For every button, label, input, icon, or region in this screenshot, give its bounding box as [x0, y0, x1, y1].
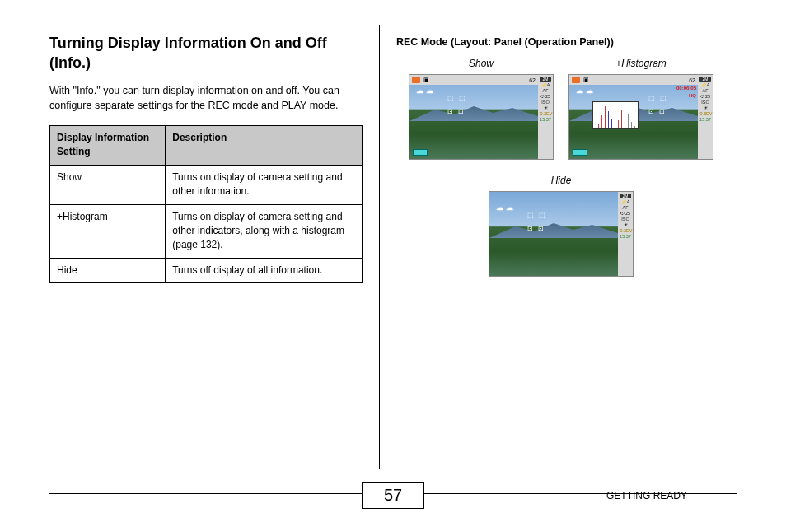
clock-value: 15:37	[620, 234, 631, 239]
th-description: Description	[166, 126, 363, 166]
mountain-icon	[489, 222, 618, 238]
screen-block-hide: Hide ☁ ☁ ⬚⬚ ⊡⊡ 2M ⚡A AF ⏲25 ISO ☀ -0.3EV…	[396, 175, 726, 277]
operation-panel: 2M ⚡A AF ⏲25 ISO ☀ -0.3EV 15:37	[698, 75, 713, 159]
wb-icon: ☀	[704, 105, 708, 110]
clock-value: 15:37	[699, 117, 711, 122]
table-row: +Histogram Turns on display of camera se…	[50, 204, 363, 258]
overlay-icons: ⬚⬚	[447, 95, 466, 102]
ev-value: -0.3EV	[619, 228, 633, 233]
camera-screen-histogram: ☁ ☁ ▣ 62 00:06:05 HQ ⬚⬚ ⊡⊡	[568, 74, 713, 160]
top-strip: ▣ 62	[409, 75, 538, 85]
left-column: Turning Display Information On and Off (…	[49, 33, 379, 461]
flash-icon: ⚡A	[621, 199, 630, 204]
battery-icon	[413, 149, 428, 156]
screen-label: Hide	[396, 175, 726, 186]
shots-remaining: 62	[529, 77, 536, 83]
timecode: 00:06:05	[676, 86, 696, 91]
cloud-icon: ☁ ☁	[496, 203, 513, 212]
hq-badge: HQ	[689, 93, 696, 98]
page-content: Turning Display Information On and Off (…	[0, 0, 786, 461]
wb-icon: ☀	[624, 222, 628, 227]
screen-label: Show	[409, 58, 554, 69]
af-icon: AF	[622, 205, 628, 210]
camera-screen-show: ☁ ☁ ▣ 62 ⬚⬚ ⊡⊡ 2M ⚡A AF ⏲25 ISO ☀	[409, 74, 554, 160]
page-footer: 57 GETTING READY	[0, 493, 786, 520]
wb-icon: ☀	[544, 105, 548, 110]
page-title: Turning Display Information On and Off (…	[49, 33, 363, 73]
table-header-row: Display Information Setting Description	[50, 126, 363, 166]
size-badge: 2M	[620, 194, 631, 198]
shots-remaining: 62	[689, 77, 695, 83]
cell-description: Turns on display of camera setting and o…	[166, 165, 363, 204]
mode-icon: ▣	[583, 77, 589, 83]
section-header: REC Mode (Layout: Panel (Operation Panel…	[396, 36, 726, 48]
timer-icon: ⏲25	[620, 211, 630, 216]
cell-description: Turns on display of camera setting and o…	[166, 204, 363, 258]
operation-panel: 2M ⚡A AF ⏲25 ISO ☀ -0.3EV 15:37	[538, 75, 553, 159]
screen-block-show: Show ☁ ☁ ▣ 62 ⬚⬚ ⊡⊡ 2M ⚡A AF ⏲25	[409, 58, 554, 160]
size-badge: 2M	[540, 77, 551, 82]
section-label: GETTING READY	[606, 490, 687, 502]
iso-label: ISO	[701, 100, 709, 105]
cell-setting: Hide	[50, 258, 166, 282]
cell-setting: +Histogram	[50, 204, 166, 258]
overlay-icons: ⊡⊡	[527, 225, 544, 232]
footer-row: 57 GETTING READY	[49, 493, 737, 520]
operation-panel: 2M ⚡A AF ⏲25 ISO ☀ -0.3EV 15:37	[618, 192, 633, 276]
mountain-icon	[409, 105, 538, 121]
settings-table: Display Information Setting Description …	[49, 125, 363, 283]
flash-icon: ⚡A	[541, 82, 550, 87]
table-row: Show Turns on display of camera setting …	[50, 165, 363, 204]
ev-value: -0.3EV	[539, 111, 553, 116]
af-icon: AF	[702, 88, 708, 93]
cell-description: Turns off display of all information.	[166, 258, 363, 282]
screens-row: Show ☁ ☁ ▣ 62 ⬚⬚ ⊡⊡ 2M ⚡A AF ⏲25	[396, 58, 726, 160]
flash-icon: ⚡A	[701, 82, 710, 87]
size-badge: 2M	[699, 77, 711, 82]
overlay-icons: ⊡⊡	[648, 108, 665, 115]
iso-label: ISO	[621, 217, 629, 222]
cloud-icon: ☁ ☁	[416, 86, 433, 95]
overlay-icons: ⬚⬚	[527, 212, 545, 219]
overlay-icons: ⊡⊡	[447, 108, 464, 115]
camera-icon	[572, 77, 580, 83]
histogram	[592, 101, 639, 129]
right-column: REC Mode (Layout: Panel (Operation Panel…	[380, 33, 726, 461]
battery-icon	[573, 149, 587, 156]
camera-icon	[412, 77, 420, 83]
overlay-icons: ⬚⬚	[648, 95, 667, 102]
screen-block-histogram: +Histogram ☁ ☁ ▣ 62 00:06:05 HQ ⬚⬚ ⊡⊡	[568, 58, 713, 160]
screen-label: +Histogram	[568, 58, 713, 69]
page-number: 57	[362, 482, 424, 509]
intro-paragraph: With "Info." you can turn display inform…	[49, 83, 363, 114]
timer-icon: ⏲25	[700, 94, 710, 99]
iso-label: ISO	[541, 100, 549, 105]
cell-setting: Show	[50, 165, 166, 204]
timer-icon: ⏲25	[540, 94, 550, 99]
histogram-bars	[593, 102, 638, 128]
table-row: Hide Turns off display of all informatio…	[50, 258, 363, 282]
clock-value: 15:37	[540, 117, 551, 122]
af-icon: AF	[542, 88, 548, 93]
top-strip: ▣ 62	[569, 75, 698, 85]
cloud-icon: ☁ ☁	[576, 86, 593, 95]
th-setting: Display Information Setting	[50, 126, 166, 166]
ev-value: -0.3EV	[699, 111, 713, 116]
camera-screen-hide: ☁ ☁ ⬚⬚ ⊡⊡ 2M ⚡A AF ⏲25 ISO ☀ -0.3EV 15:3…	[489, 191, 634, 277]
mode-icon: ▣	[423, 77, 429, 83]
